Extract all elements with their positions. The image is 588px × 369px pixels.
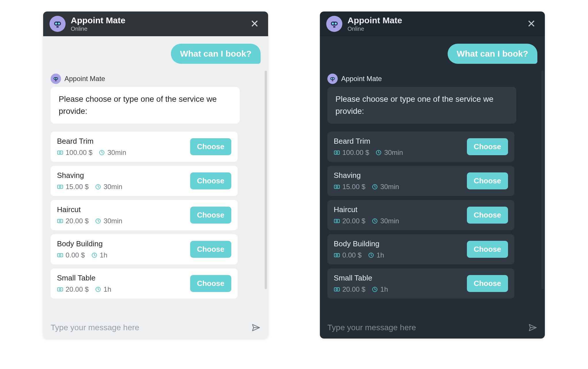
- service-meta: 100.00 $ 30min: [57, 149, 190, 157]
- close-icon[interactable]: ✕: [247, 18, 262, 30]
- clock-icon: [372, 218, 378, 224]
- service-meta: 20.00 $ 1h: [57, 285, 190, 293]
- service-name: Shaving: [57, 171, 190, 180]
- bot-avatar: [49, 16, 66, 32]
- chat-status: Online: [71, 26, 125, 32]
- service-duration: 1h: [100, 251, 108, 259]
- service-info: Haircut 20.00 $ 30min: [57, 205, 190, 225]
- clock-icon: [375, 149, 382, 156]
- service-meta: 20.00 $ 30min: [57, 217, 190, 225]
- service-duration: 1h: [377, 251, 384, 259]
- scrollbar[interactable]: [541, 71, 544, 289]
- service-duration: 1h: [104, 285, 111, 293]
- service-duration: 30min: [104, 183, 122, 191]
- send-icon[interactable]: [251, 324, 261, 332]
- service-card: Body Building 0.00 $ 1h Choose: [327, 234, 514, 264]
- service-meta: 15.00 $ 30min: [57, 183, 190, 191]
- send-icon[interactable]: [528, 324, 537, 332]
- choose-button[interactable]: Choose: [190, 138, 231, 155]
- service-duration: 30min: [380, 183, 399, 191]
- chat-window-dark: Appoint Mate Online ✕ What can I book? A…: [320, 11, 545, 339]
- choose-button[interactable]: Choose: [467, 172, 508, 189]
- service-name: Body Building: [334, 239, 467, 248]
- message-input[interactable]: [327, 323, 524, 332]
- service-info: Small Table 20.00 $ 1h: [334, 274, 467, 293]
- price-icon: [57, 218, 63, 224]
- bot-name-label: Appoint Mate: [64, 75, 105, 83]
- choose-button[interactable]: Choose: [467, 207, 508, 224]
- clock-icon: [372, 184, 378, 190]
- service-name: Beard Trim: [334, 137, 467, 146]
- service-list: Beard Trim 100.00 $ 30min Choose Shaving…: [327, 132, 514, 299]
- price-icon: [334, 286, 340, 293]
- service-info: Haircut 20.00 $ 30min: [334, 205, 467, 225]
- chat-header: Appoint Mate Online ✕: [320, 11, 545, 36]
- service-duration: 30min: [104, 217, 122, 225]
- service-info: Shaving 15.00 $ 30min: [334, 171, 467, 191]
- service-info: Body Building 0.00 $ 1h: [334, 239, 467, 259]
- header-text: Appoint Mate Online: [348, 16, 402, 32]
- bot-avatar: [326, 16, 342, 32]
- price-icon: [334, 218, 340, 224]
- service-price: 20.00 $: [66, 217, 89, 225]
- service-card: Beard Trim 100.00 $ 30min Choose: [327, 132, 514, 162]
- price-icon: [334, 149, 340, 156]
- service-duration: 30min: [380, 217, 399, 225]
- bot-name-label: Appoint Mate: [341, 75, 382, 83]
- chat-status: Online: [348, 26, 402, 32]
- choose-button[interactable]: Choose: [467, 275, 508, 292]
- chat-header: Appoint Mate Online ✕: [43, 11, 268, 36]
- service-card: Small Table 20.00 $ 1h Choose: [327, 268, 514, 299]
- clock-icon: [95, 184, 101, 190]
- price-icon: [334, 252, 340, 258]
- chat-footer: [320, 318, 545, 339]
- close-icon[interactable]: ✕: [524, 18, 539, 30]
- choose-button[interactable]: Choose: [467, 241, 508, 258]
- bot-avatar-small: [51, 74, 61, 84]
- choose-button[interactable]: Choose: [190, 207, 231, 224]
- service-info: Small Table 20.00 $ 1h: [57, 274, 190, 293]
- service-meta: 15.00 $ 30min: [334, 183, 467, 191]
- service-name: Haircut: [334, 205, 467, 214]
- service-price: 100.00 $: [66, 149, 92, 157]
- service-meta: 100.00 $ 30min: [334, 149, 467, 157]
- service-price: 15.00 $: [66, 183, 89, 191]
- clock-icon: [99, 149, 105, 156]
- service-price: 20.00 $: [66, 285, 89, 293]
- service-price: 20.00 $: [342, 217, 365, 225]
- price-icon: [57, 184, 63, 190]
- message-input[interactable]: [51, 323, 247, 332]
- price-icon: [334, 184, 340, 190]
- service-meta: 20.00 $ 30min: [334, 217, 467, 225]
- service-price: 15.00 $: [342, 183, 365, 191]
- service-name: Shaving: [334, 171, 467, 180]
- chat-footer: [43, 318, 268, 339]
- clock-icon: [372, 286, 378, 293]
- choose-button[interactable]: Choose: [190, 275, 231, 292]
- service-info: Body Building 0.00 $ 1h: [57, 239, 190, 259]
- service-card: Shaving 15.00 $ 30min Choose: [327, 166, 514, 196]
- service-meta: 0.00 $ 1h: [57, 251, 190, 259]
- service-card: Haircut 20.00 $ 30min Choose: [327, 200, 514, 230]
- service-price: 100.00 $: [342, 149, 369, 157]
- service-list: Beard Trim 100.00 $ 30min Choose Shaving…: [51, 132, 238, 299]
- clock-icon: [91, 252, 98, 258]
- service-name: Small Table: [334, 274, 467, 282]
- service-price: 0.00 $: [66, 251, 85, 259]
- choose-button[interactable]: Choose: [190, 172, 231, 189]
- price-icon: [57, 149, 63, 156]
- choose-button[interactable]: Choose: [467, 138, 508, 155]
- service-price: 0.00 $: [342, 251, 362, 259]
- service-info: Beard Trim 100.00 $ 30min: [57, 137, 190, 157]
- choose-button[interactable]: Choose: [190, 241, 231, 258]
- bot-avatar-small: [327, 74, 338, 84]
- header-text: Appoint Mate Online: [71, 16, 125, 32]
- chat-title: Appoint Mate: [348, 16, 402, 25]
- scrollbar[interactable]: [265, 71, 267, 289]
- user-message-bubble: What can I book?: [448, 44, 537, 64]
- service-name: Beard Trim: [57, 137, 190, 146]
- service-card: Shaving 15.00 $ 30min Choose: [51, 166, 238, 196]
- bot-label-row: Appoint Mate: [51, 74, 261, 84]
- service-card: Haircut 20.00 $ 30min Choose: [51, 200, 238, 230]
- service-meta: 20.00 $ 1h: [334, 285, 467, 293]
